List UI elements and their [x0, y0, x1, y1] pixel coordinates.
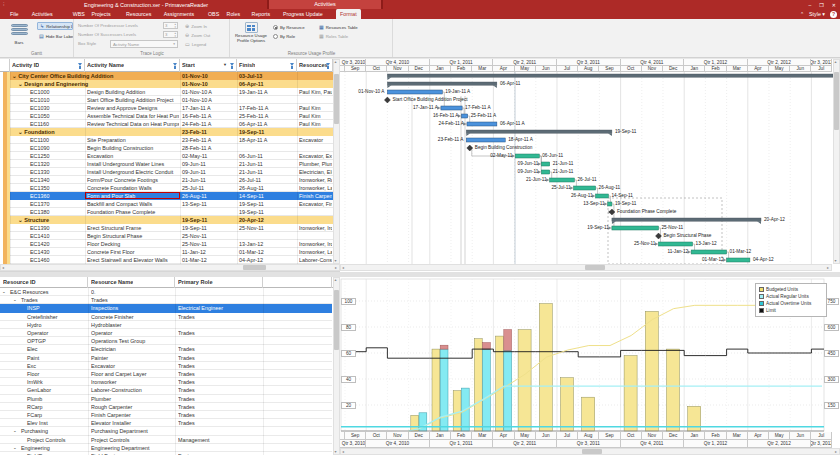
- activity-row[interactable]: EC1160Review Technical Data on Heat Pump…: [0, 120, 333, 128]
- activity-row[interactable]: EC1090Begin Building Construction28-Feb-…: [0, 144, 333, 152]
- resource-column-header[interactable]: Primary Role: [175, 277, 263, 288]
- activity-column-header[interactable]: Activity ID: [10, 59, 85, 72]
- restore-button[interactable]: ❐: [819, 2, 823, 8]
- succ-levels-stepper[interactable]: 3▴▾: [163, 31, 178, 38]
- close-button[interactable]: ✕: [832, 2, 836, 8]
- expand-arrow-icon[interactable]: ⌄: [13, 444, 17, 452]
- resource-row[interactable]: OPTGPOperations Test Group: [0, 337, 332, 345]
- menu-tab-file[interactable]: File: [6, 9, 23, 19]
- gantt-remaining-bar[interactable]: [658, 242, 692, 246]
- timescale-month-cell[interactable]: Apr: [748, 432, 769, 440]
- timescale-month-cell[interactable]: Feb: [705, 432, 726, 440]
- bars-button[interactable]: Bars: [2, 21, 36, 51]
- activity-row[interactable]: EC1100Site Preparation23-Feb-11 A18-Apr-…: [0, 136, 333, 144]
- scroll-left-arrow[interactable]: ◂: [2, 266, 4, 270]
- activity-row[interactable]: EC1410Begin Structural Phase25-Nov-11: [0, 232, 333, 240]
- gantt-remaining-bar[interactable]: [515, 154, 539, 158]
- gantt-remaining-bar[interactable]: [574, 186, 596, 190]
- budgeted-units-bar[interactable]: [539, 304, 552, 431]
- scroll-right-arrow[interactable]: ▸: [835, 450, 837, 454]
- expand-arrow-icon[interactable]: ⌄: [13, 427, 17, 435]
- timescale-month-cell[interactable]: Nov: [642, 432, 663, 440]
- scroll-right-arrow[interactable]: ▸: [827, 266, 829, 270]
- timescale-month-cell[interactable]: Dec: [663, 432, 684, 440]
- activity-row[interactable]: EC1420Floor Decking25-Nov-1113-Jan-12Iro…: [0, 240, 333, 248]
- resource-column-header[interactable]: Resource ID: [0, 277, 88, 288]
- scroll-up-arrow[interactable]: ▴: [335, 60, 337, 64]
- resource-row[interactable]: RCarpRough CarpenterTrades: [0, 403, 332, 411]
- resource-row[interactable]: ExcExcavatorTrades: [0, 362, 332, 370]
- menu-tab-progress-update[interactable]: Progress Update: [279, 9, 327, 19]
- actual-overtime-units-bar[interactable]: [483, 343, 491, 350]
- gantt-remaining-bar[interactable]: [550, 178, 575, 182]
- activity-row[interactable]: EC1380Foundation Phase Complete19-Sep-11: [0, 208, 333, 216]
- timescale-month-cell[interactable]: Oct: [621, 432, 642, 440]
- budgeted-units-bar[interactable]: [474, 339, 482, 431]
- timescale-month-cell[interactable]: Oct: [366, 432, 387, 440]
- timescale-month-cell[interactable]: Sep: [345, 432, 366, 440]
- actual-overtime-units-bar[interactable]: [440, 345, 448, 349]
- activity-row[interactable]: EC1330Install Underground Electric Condu…: [0, 168, 333, 176]
- actual-regular-units-bar[interactable]: [440, 349, 448, 431]
- activity-row[interactable]: EC1360Form and Pour Slab26-Aug-1114-Sep-…: [0, 192, 333, 200]
- resource-row[interactable]: PaintPainterTrades: [0, 354, 332, 362]
- resource-row[interactable]: ⌄TradesTrades: [0, 296, 332, 304]
- resource-row[interactable]: ⌄E&C Resources0.: [0, 288, 332, 296]
- menu-tab-assignments[interactable]: Assignments: [160, 9, 198, 19]
- zoom-out-button[interactable]: ⊖ Zoom Out: [183, 31, 223, 39]
- activity-column-header[interactable]: Start▼: [180, 59, 237, 72]
- filter-funnel-icon[interactable]: [78, 63, 82, 66]
- gantt-remaining-bar[interactable]: [541, 162, 549, 166]
- timescale-month-cell[interactable]: Apr: [493, 432, 514, 440]
- scroll-thumb[interactable]: [834, 72, 839, 130]
- scroll-thumb[interactable]: [585, 265, 605, 270]
- summary-bar[interactable]: [387, 74, 833, 77]
- gantt-actual-bar[interactable]: [387, 90, 442, 94]
- scroll-down-arrow[interactable]: ▾: [335, 259, 337, 263]
- scroll-thumb[interactable]: [334, 74, 339, 124]
- gantt-remaining-bar[interactable]: [727, 258, 750, 262]
- timescale-quarter-cell[interactable]: Qtr 3, 2012: [811, 440, 832, 448]
- timescale-month-cell[interactable]: May: [515, 432, 536, 440]
- activity-column-header[interactable]: Resources: [297, 59, 333, 72]
- timescale-month-cell[interactable]: Jun: [536, 432, 557, 440]
- resource-row[interactable]: IrnWrkIronworkerTrades: [0, 378, 332, 386]
- resource-row[interactable]: ⌄PurchasingPurchasing Department: [0, 427, 332, 435]
- scroll-thumb[interactable]: [334, 290, 339, 350]
- milestone-diamond[interactable]: [384, 97, 390, 103]
- menu-tab-wbs[interactable]: WBS: [69, 9, 89, 19]
- menu-tab-obs[interactable]: OBS: [204, 9, 223, 19]
- actual-overtime-units-bar[interactable]: [504, 330, 512, 351]
- timescale-quarter-cell[interactable]: Qtr 2, 2012: [748, 440, 812, 448]
- filter-funnel-icon[interactable]: [290, 63, 294, 66]
- actual-regular-units-bar[interactable]: [504, 350, 512, 431]
- minimize-button[interactable]: –: [809, 2, 812, 8]
- activity-row[interactable]: EC1030Review and Approve Designs17-Jan-1…: [0, 104, 333, 112]
- filter-funnel-icon[interactable]: [173, 63, 177, 66]
- activity-row[interactable]: EC1460Erect Stairwell and Elevator Walls…: [0, 256, 333, 264]
- timescale-month-cell[interactable]: Jul: [557, 432, 578, 440]
- resource-row[interactable]: CretefinisherConcrete FinisherTrades: [0, 313, 332, 321]
- timescale-quarter-cell[interactable]: Qtr 1, 2012: [684, 440, 748, 448]
- menu-tab-resources[interactable]: Resources: [122, 9, 155, 19]
- filter-funnel-icon[interactable]: [230, 63, 234, 66]
- scroll-right-arrow[interactable]: ▸: [335, 266, 337, 270]
- summary-bar[interactable]: [612, 218, 761, 221]
- actual-regular-units-bar[interactable]: [483, 349, 491, 431]
- resource-row[interactable]: Elev InstElevator InstallerTrades: [0, 419, 332, 427]
- ribbon-collapse-icon[interactable]: ⌃: [800, 12, 804, 17]
- gantt-actual-bar[interactable]: [466, 138, 505, 142]
- menu-tab-format[interactable]: Format: [336, 9, 361, 19]
- timescale-month-cell[interactable]: Mar: [727, 432, 748, 440]
- timescale-quarter-cell[interactable]: Qtr 3, 2011: [557, 440, 621, 448]
- gantt-actual-bar[interactable]: [441, 106, 462, 110]
- summary-bar[interactable]: [466, 130, 612, 133]
- resource-row[interactable]: GenLaborLaborer-ConstructionTrades: [0, 386, 332, 394]
- activity-row[interactable]: EC1370Backfill and Compact Walls13-Sep-1…: [0, 200, 333, 208]
- relationship-lines-button[interactable]: ↳ Relationship Lines: [37, 22, 73, 30]
- menu-tab-roles[interactable]: Roles: [223, 9, 245, 19]
- activity-row[interactable]: EC1010Start Office Building Addition Pro…: [0, 96, 333, 104]
- context-tab-activities[interactable]: Activities: [267, 0, 383, 9]
- timescale-quarter-cell[interactable]: Qtr 4, 2011: [621, 440, 685, 448]
- resource-row[interactable]: HydroHydroblaster: [0, 321, 332, 329]
